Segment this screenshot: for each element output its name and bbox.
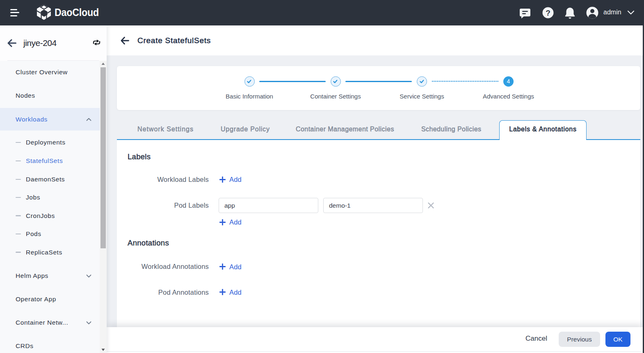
svg-text:?: ? (546, 9, 550, 17)
